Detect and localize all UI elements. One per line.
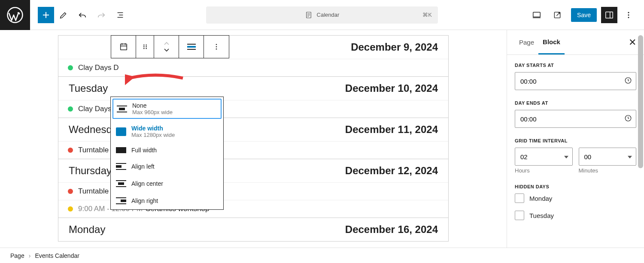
svg-point-6 bbox=[628, 14, 629, 15]
tab-block[interactable]: Block bbox=[538, 30, 565, 54]
hidden-day-checkbox[interactable] bbox=[515, 193, 524, 203]
svg-rect-8 bbox=[120, 44, 127, 50]
event-dot bbox=[68, 65, 73, 70]
move-down-button[interactable] bbox=[161, 47, 172, 54]
align-option-label: Align center bbox=[131, 180, 163, 187]
block-mover bbox=[154, 36, 179, 58]
svg-point-7 bbox=[628, 17, 629, 18]
event-title: Clay Days D bbox=[78, 63, 118, 72]
view-page-button[interactable] bbox=[548, 6, 567, 24]
day-date: December 16, 2024 bbox=[345, 224, 438, 236]
block-type-button[interactable] bbox=[111, 36, 136, 58]
align-option-left[interactable]: Align left bbox=[111, 158, 223, 175]
align-option-label: Align left bbox=[131, 163, 155, 170]
editor-canvas[interactable]: December 9, 2024 Clay Days D Tuesday Dec… bbox=[0, 30, 507, 248]
event-dot bbox=[68, 189, 73, 194]
field-label: HIDDEN DAYS bbox=[515, 184, 636, 189]
field-sub: Minutes bbox=[579, 167, 637, 174]
align-none-icon bbox=[117, 105, 127, 113]
hidden-day-row: Monday bbox=[515, 193, 636, 203]
align-center-icon bbox=[116, 179, 126, 188]
hidden-day-label[interactable]: Monday bbox=[529, 195, 552, 202]
view-desktop-button[interactable] bbox=[527, 6, 546, 24]
wordpress-logo[interactable] bbox=[0, 0, 30, 30]
hidden-day-label[interactable]: Tuesday bbox=[529, 212, 554, 219]
breadcrumb: Page › Events Calendar bbox=[0, 248, 644, 263]
svg-point-16 bbox=[216, 46, 217, 48]
align-option-label: Align right bbox=[131, 197, 158, 204]
day-ends-input[interactable] bbox=[515, 110, 636, 128]
settings-panel-toggle[interactable] bbox=[601, 7, 617, 23]
field-sub: Hours bbox=[515, 167, 573, 174]
day-date: December 10, 2024 bbox=[345, 82, 438, 94]
block-align-button[interactable] bbox=[179, 36, 204, 58]
svg-point-14 bbox=[146, 48, 147, 49]
tab-page[interactable]: Page bbox=[515, 31, 538, 54]
close-sidebar-button[interactable]: ✕ bbox=[629, 37, 636, 48]
breadcrumb-current[interactable]: Events Calendar bbox=[35, 252, 79, 259]
align-option-none[interactable]: None Max 960px wide bbox=[112, 99, 222, 119]
day-date: December 11, 2024 bbox=[345, 124, 438, 136]
align-option-label: Wide width bbox=[131, 125, 175, 132]
clock-icon bbox=[624, 77, 632, 86]
svg-point-10 bbox=[146, 45, 147, 46]
day-name: Monday bbox=[69, 224, 105, 236]
command-bar-shortcut: ⌘K bbox=[422, 12, 432, 18]
settings-sidebar: Page Block ✕ DAY STARTS AT DAY ENDS AT bbox=[507, 30, 644, 248]
document-overview-button[interactable] bbox=[111, 6, 130, 24]
day-starts-input[interactable] bbox=[515, 72, 636, 90]
align-option-right[interactable]: Align right bbox=[111, 192, 223, 209]
page-icon bbox=[305, 11, 313, 19]
event-title: Turntable t bbox=[78, 146, 113, 154]
align-option-sub: Max 1280px wide bbox=[131, 132, 175, 138]
hidden-day-checkbox[interactable] bbox=[515, 211, 524, 220]
align-option-label: None bbox=[132, 102, 173, 109]
command-bar[interactable]: Calendar ⌘K bbox=[206, 6, 438, 24]
align-option-wide[interactable]: Wide width Max 1280px wide bbox=[111, 121, 223, 142]
align-wide-icon bbox=[116, 127, 126, 136]
align-right-icon bbox=[116, 196, 126, 205]
day-header: Monday December 16, 2024 bbox=[58, 218, 448, 241]
svg-point-9 bbox=[143, 45, 145, 46]
align-wide-icon bbox=[187, 44, 196, 50]
scrollbar-thumb[interactable] bbox=[638, 35, 643, 168]
align-full-icon bbox=[116, 147, 126, 153]
redo-button[interactable] bbox=[92, 6, 111, 24]
options-button[interactable] bbox=[619, 6, 638, 24]
day-name: Thursday bbox=[69, 165, 112, 177]
move-up-button[interactable] bbox=[161, 40, 172, 47]
event-dot bbox=[68, 206, 73, 212]
breadcrumb-root[interactable]: Page bbox=[10, 252, 24, 259]
command-bar-title: Calendar bbox=[317, 12, 340, 18]
editor-topbar: Calendar ⌘K Save bbox=[0, 0, 644, 30]
save-button[interactable]: Save bbox=[571, 8, 597, 22]
field-label: DAY ENDS AT bbox=[515, 100, 636, 106]
add-block-button[interactable] bbox=[38, 7, 54, 23]
clock-icon bbox=[624, 115, 632, 124]
sidebar-tabs: Page Block ✕ bbox=[507, 30, 644, 55]
block-drag-handle[interactable] bbox=[136, 36, 154, 58]
day-date: December 12, 2024 bbox=[345, 165, 438, 177]
align-left-icon bbox=[116, 162, 126, 171]
day-name: Tuesday bbox=[69, 82, 108, 94]
field-label: GRID TIME INTERVAL bbox=[515, 138, 636, 143]
svg-point-17 bbox=[216, 48, 217, 50]
undo-button[interactable] bbox=[73, 6, 92, 24]
block-toolbar bbox=[111, 35, 229, 58]
hidden-day-row: Tuesday bbox=[515, 211, 636, 220]
event-dot bbox=[68, 148, 73, 153]
event-item[interactable]: Clay Days D bbox=[58, 59, 448, 76]
align-option-center[interactable]: Align center bbox=[111, 175, 223, 192]
day-date: December 9, 2024 bbox=[351, 41, 438, 53]
grid-minutes-select[interactable]: 00 bbox=[579, 148, 637, 166]
svg-point-11 bbox=[143, 46, 145, 48]
grid-hours-select[interactable]: 02 bbox=[515, 148, 573, 166]
field-label: DAY STARTS AT bbox=[515, 63, 636, 68]
svg-point-13 bbox=[143, 48, 145, 49]
event-dot bbox=[68, 106, 73, 112]
align-option-sub: Max 960px wide bbox=[132, 109, 173, 115]
block-more-button[interactable] bbox=[204, 36, 229, 58]
edit-mode-button[interactable] bbox=[54, 6, 73, 24]
align-option-full[interactable]: Full width bbox=[111, 142, 223, 158]
svg-point-5 bbox=[628, 12, 629, 13]
